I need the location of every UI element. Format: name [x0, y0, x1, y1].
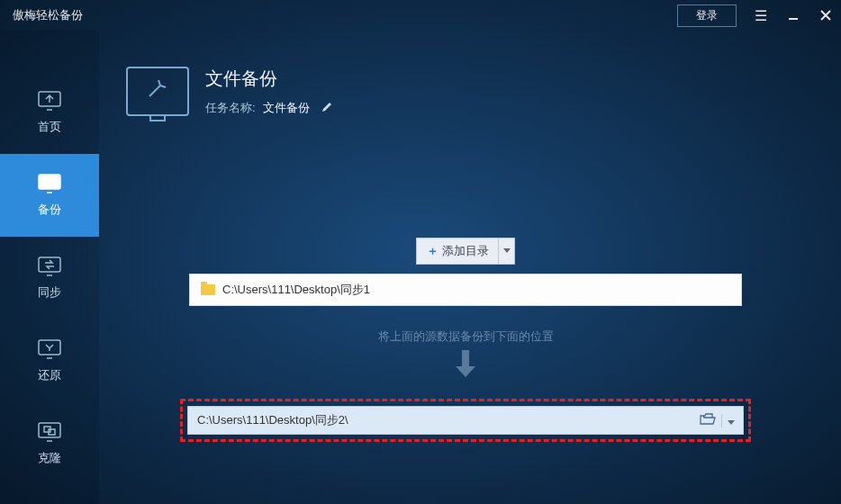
add-directory-button[interactable]: ＋ 添加目录: [416, 238, 499, 265]
source-path-text: C:\Users\111\Desktop\同步1: [222, 282, 370, 298]
page-title: 文件备份: [205, 67, 333, 91]
destination-path-row[interactable]: C:\Users\111\Desktop\同步2\: [187, 406, 744, 435]
plus-icon: ＋: [427, 243, 439, 259]
titlebar: 傲梅轻松备份 登录 ☰: [0, 0, 841, 31]
sync-icon: [37, 256, 62, 277]
close-icon[interactable]: [819, 9, 832, 22]
destination-dropdown[interactable]: [721, 414, 734, 428]
hint-text: 将上面的源数据备份到下面的位置: [126, 328, 805, 345]
add-directory-dropdown[interactable]: [499, 238, 515, 265]
chevron-down-icon: [503, 248, 511, 254]
app-title: 傲梅轻松备份: [9, 7, 677, 23]
sidebar-item-backup[interactable]: 备份: [0, 154, 99, 237]
browse-folder-icon[interactable]: [694, 413, 721, 428]
task-name-value: 文件备份: [263, 100, 310, 116]
task-name-line: 任务名称: 文件备份: [205, 100, 333, 116]
destination-path-text: C:\Users\111\Desktop\同步2\: [197, 412, 694, 428]
sidebar-item-label: 克隆: [38, 450, 61, 466]
sidebar-item-label: 还原: [38, 367, 61, 383]
sidebar-item-label: 同步: [38, 284, 61, 301]
sidebar-item-sync[interactable]: 同步: [0, 237, 99, 320]
page-header: 文件备份 任务名称: 文件备份: [126, 67, 805, 116]
main: 首页 备份 同步 还原 克隆 文件备份 任务名称:: [0, 31, 841, 504]
header-text: 文件备份 任务名称: 文件备份: [205, 67, 333, 116]
add-directory-label: 添加目录: [442, 243, 489, 259]
folder-icon: [201, 284, 215, 295]
svg-rect-15: [462, 350, 469, 366]
sidebar-item-label: 首页: [38, 119, 61, 135]
minimize-icon[interactable]: [787, 9, 800, 22]
svg-rect-7: [39, 257, 60, 272]
title-actions: ☰: [755, 7, 832, 24]
sidebar: 首页 备份 同步 还原 克隆: [0, 31, 99, 504]
chevron-down-icon: [728, 420, 735, 425]
content: 文件备份 任务名称: 文件备份 ＋ 添加目录 C:\Users\: [99, 31, 841, 504]
destination-highlight: C:\Users\111\Desktop\同步2\: [180, 399, 751, 442]
sidebar-item-clone[interactable]: 克隆: [0, 402, 99, 485]
add-directory-group: ＋ 添加目录: [416, 238, 515, 265]
source-path-row[interactable]: C:\Users\111\Desktop\同步1: [189, 274, 742, 306]
edit-task-name-icon[interactable]: [321, 101, 333, 116]
file-backup-header-icon: [126, 67, 189, 116]
arrow-down-icon: [126, 350, 805, 381]
menu-list-icon[interactable]: ☰: [755, 7, 767, 24]
backup-icon: [37, 173, 62, 194]
login-button[interactable]: 登录: [677, 4, 737, 27]
restore-icon: [37, 338, 62, 360]
clone-icon: [37, 421, 62, 443]
sidebar-item-home[interactable]: 首页: [0, 71, 99, 154]
task-name-label: 任务名称:: [205, 100, 256, 116]
sidebar-item-label: 备份: [38, 202, 61, 218]
home-icon: [37, 90, 62, 112]
sidebar-item-restore[interactable]: 还原: [0, 320, 99, 402]
